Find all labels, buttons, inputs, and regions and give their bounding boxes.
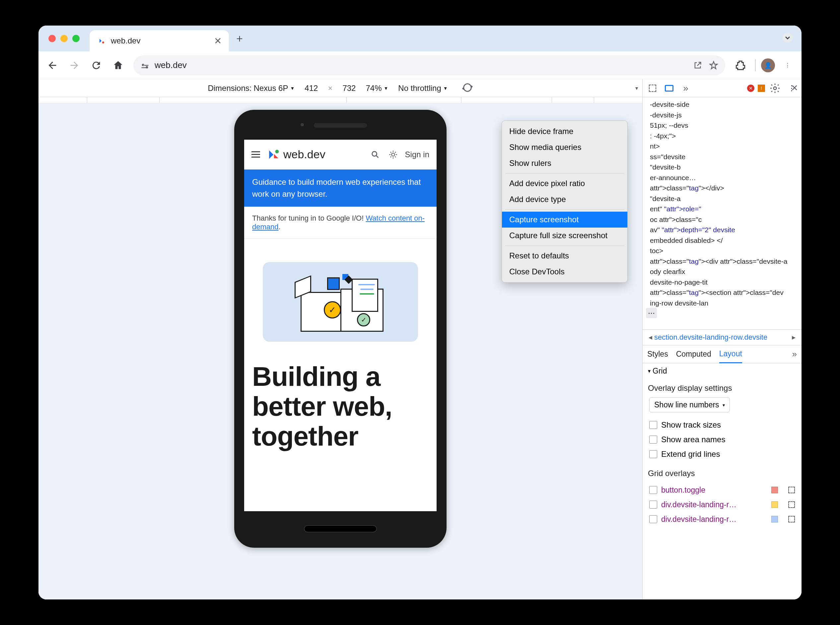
elements-row[interactable]: attr">class="tag"><div attr">class="devs… [646,256,798,267]
search-icon[interactable] [369,149,381,160]
elements-row[interactable]: -devsite-side [646,99,798,110]
tab-layout[interactable]: Layout [719,345,742,363]
chrome-menu-button[interactable]: ⋮ [778,56,797,75]
elements-row[interactable]: "devsite-a [646,193,798,204]
menu-item[interactable]: Show rulers [502,155,627,171]
elements-row[interactable]: ing-row devsite-lan [646,298,798,308]
elements-row[interactable]: toc> [646,246,798,256]
grid-overlay-row[interactable]: div.devsite-landing-r… [649,497,795,512]
elements-row[interactable]: -devsite-js [646,110,798,120]
grid-overlay-row[interactable]: div.devsite-landing-r… [649,512,795,527]
back-button[interactable] [43,56,62,75]
home-button[interactable] [109,56,128,75]
svg-point-0 [102,42,104,44]
collapsed-ellipsis[interactable]: ⋯ [646,308,657,319]
page-notice: Thanks for tuning in to Google I/O! Watc… [244,207,437,239]
menu-item[interactable]: Close DevTools [502,264,627,280]
elements-row[interactable]: er-announce… [646,173,798,183]
menu-item[interactable]: Reset to defaults [502,248,627,264]
signin-link[interactable]: Sign in [405,150,429,159]
settings-gear-icon[interactable] [768,82,782,95]
address-bar[interactable]: web.dev [133,55,725,75]
logo-text: web.dev [283,148,325,161]
elements-row[interactable]: attr">class="tag"><section attr">class="… [646,287,798,298]
menu-item[interactable]: Hide device frame [502,123,627,139]
check-extend-grid[interactable]: Extend grid lines [649,447,795,462]
breadcrumb-bar[interactable]: ◂ section.devsite-landing-row.devsite ▸ [642,330,801,345]
new-tab-button[interactable]: ＋ [233,32,246,45]
check-area-names[interactable]: Show area names [649,432,795,447]
device-homebar [304,525,377,532]
elements-row[interactable]: oc attr">class="c [646,214,798,225]
warning-badge[interactable]: ! [758,85,765,92]
elements-row[interactable]: av" "attr">depth="2" devsite [646,225,798,235]
close-tab-icon[interactable]: ✕ [214,36,222,47]
elements-row[interactable]: "devsite-b [646,162,798,173]
line-numbers-select[interactable]: Show line numbers ▾ [649,397,730,412]
grid-overlay-row[interactable]: button.toggle [649,483,795,497]
zoom-selector[interactable]: 74% ▼ [366,84,388,93]
minimize-window-button[interactable] [61,35,68,42]
device-toolbar: Dimensions: Nexus 6P ▼ 412 × 732 74% ▼ N… [39,79,642,97]
elements-row[interactable]: embedded disabled> </ [646,235,798,246]
svg-point-4 [372,151,376,156]
theme-toggle-icon[interactable] [387,149,399,160]
open-external-icon[interactable] [693,61,703,70]
menu-item[interactable]: Capture full size screenshot [502,228,627,244]
hamburger-icon[interactable] [252,151,260,158]
height-value[interactable]: 732 [342,84,356,93]
grid-section-header[interactable]: Grid [648,367,796,376]
page-blue-banner: Guidance to build modern web experiences… [244,169,437,207]
browser-toolbar: web.dev 👤 ⋮ [39,51,801,79]
tab-overflow-button[interactable] [782,32,793,45]
device-camera [300,123,304,126]
elements-row[interactable]: ody clearfix [646,266,798,277]
throttling-selector[interactable]: No throttling ▼ [398,84,448,93]
close-devtools-icon[interactable]: ✕ [791,83,798,93]
reload-button[interactable] [87,56,106,75]
browser-tab-bar: web.dev ✕ ＋ [39,26,801,51]
browser-tab[interactable]: web.dev ✕ [90,30,229,51]
tabs-overflow-icon[interactable]: » [792,349,797,359]
tab-computed[interactable]: Computed [676,346,711,362]
inspect-element-icon[interactable] [646,82,659,95]
x-separator: × [328,84,333,93]
width-value[interactable]: 412 [305,84,318,93]
menu-item[interactable]: Show media queries [502,139,627,155]
elements-row[interactable]: ss="devsite [646,152,798,162]
tab-styles[interactable]: Styles [647,346,668,362]
forward-button[interactable] [65,56,84,75]
svg-point-6 [774,87,777,90]
error-badge[interactable]: ✕ [747,85,754,92]
site-settings-icon[interactable] [140,61,150,70]
menu-item[interactable]: Capture screenshot [502,211,627,228]
elements-row[interactable]: : -4px;"> [646,131,798,141]
overlay-settings-title: Overlay display settings [642,379,801,397]
page-header: web.dev Sign in [244,140,437,169]
page-headline: Building a better web, together [252,362,429,451]
rotate-button[interactable] [462,82,473,95]
elements-row[interactable]: 51px; --devs [646,120,798,131]
profile-avatar[interactable]: 👤 [761,58,775,72]
check-track-sizes[interactable]: Show track sizes [649,418,795,432]
close-window-button[interactable] [48,35,56,42]
webdev-logo[interactable]: web.dev [266,147,325,162]
menu-item[interactable]: Add device type [502,191,627,207]
elements-row[interactable]: devsite-no-page-tit [646,277,798,288]
bookmark-icon[interactable] [709,61,719,70]
tab-title: web.dev [111,36,209,45]
more-panels-icon[interactable]: » [679,82,692,95]
elements-row[interactable]: attr">class="tag"></div> [646,183,798,193]
devtools-toolbar: » ✕ ! ⋮ ✕ [642,79,801,97]
elements-row[interactable]: ent" "attr">role=" [646,204,798,214]
webdev-favicon [97,36,106,45]
device-mode-icon[interactable] [663,82,676,95]
menu-item[interactable]: Add device pixel ratio [502,176,627,191]
device-more-button[interactable]: ▼ [634,86,639,91]
elements-panel[interactable]: -devsite-side-devsite-js51px; --devs: -4… [642,97,801,330]
maximize-window-button[interactable] [72,35,79,42]
dimensions-selector[interactable]: Dimensions: Nexus 6P ▼ [208,84,295,93]
elements-row[interactable]: nt> [646,141,798,152]
extensions-button[interactable] [731,56,750,75]
device-speaker [314,123,367,128]
